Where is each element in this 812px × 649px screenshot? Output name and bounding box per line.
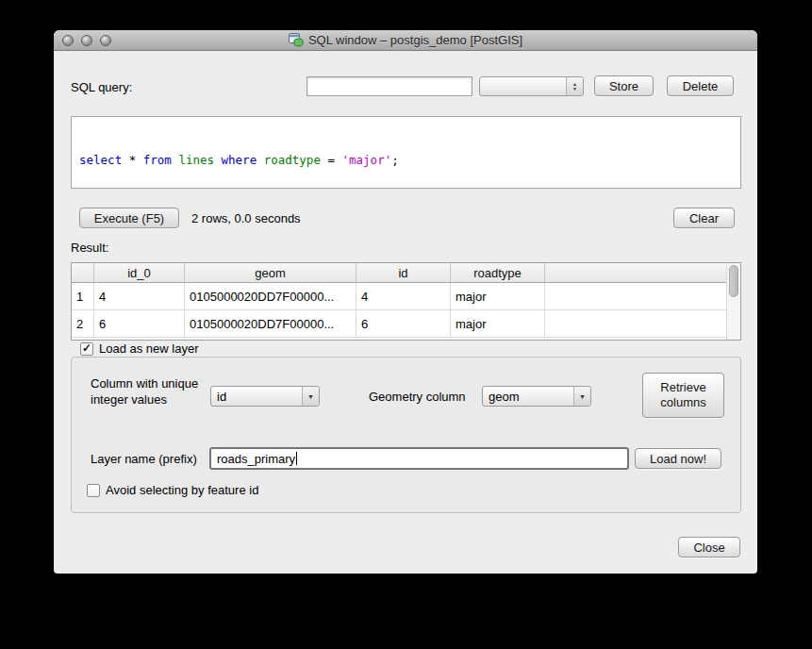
cell-id[interactable]: 6 [356, 310, 451, 337]
header-filler [545, 263, 740, 282]
header-id-0[interactable]: id_0 [94, 263, 185, 282]
saved-query-select[interactable]: ▲ ▼ [479, 76, 584, 96]
window-controls [62, 30, 111, 50]
checkbox-unchecked-icon[interactable] [87, 484, 100, 497]
execute-button[interactable]: Execute (F5) [79, 208, 179, 228]
sql-code-line: select * from lines where roadtype = 'ma… [79, 153, 733, 168]
sql-token: * [122, 153, 143, 167]
geometry-column-select[interactable]: geom ▼ [482, 386, 591, 407]
sql-token: from [143, 153, 172, 167]
unique-column-selected-value: id [211, 387, 302, 406]
window-title: SQL window – postgis_demo [PostGIS] [308, 33, 522, 47]
unique-column-label: Column with unique integer values [91, 375, 198, 408]
sql-token: where [222, 153, 257, 167]
cell-id[interactable]: 4 [356, 283, 451, 309]
cell-id-0[interactable]: 4 [94, 283, 185, 309]
cell-id-0[interactable]: 6 [94, 310, 185, 337]
titlebar[interactable]: SQL window – postgis_demo [PostGIS] [54, 30, 757, 51]
cell-filler [545, 310, 740, 337]
scrollbar-thumb[interactable] [729, 265, 738, 297]
result-table-header: id_0 geom id roadtype [72, 263, 740, 283]
cell-roadtype[interactable]: major [451, 283, 545, 309]
sql-token: roadtype [264, 153, 321, 167]
clear-button[interactable]: Clear [673, 208, 735, 228]
table-row[interactable]: 1 4 0105000020DD7F00000... 4 major [72, 283, 740, 310]
cell-roadtype[interactable]: major [451, 310, 545, 337]
load-options-groupbox: Column with unique integer values id ▼ G… [71, 357, 741, 513]
sql-window: SQL window – postgis_demo [PostGIS] SQL … [54, 30, 757, 574]
title-group: SQL window – postgis_demo [PostGIS] [289, 33, 522, 47]
close-window-button[interactable] [62, 35, 74, 46]
sql-token: select [79, 153, 122, 167]
saved-query-selected-value [480, 77, 566, 95]
layer-name-input[interactable]: roads_primary [209, 447, 629, 470]
result-table: id_0 geom id roadtype 1 4 0105000020DD7F… [71, 262, 741, 341]
arrow-down-icon: ▼ [579, 393, 586, 400]
delete-button[interactable]: Delete [667, 75, 734, 96]
query-status-text: 2 rows, 0.0 seconds [191, 211, 301, 225]
zoom-window-button[interactable] [100, 35, 111, 46]
header-id[interactable]: id [356, 263, 451, 282]
minimize-window-button[interactable] [81, 35, 92, 46]
dropdown-arrow: ▼ [573, 387, 590, 406]
vertical-scrollbar[interactable] [726, 263, 740, 340]
geometry-column-selected-value: geom [483, 387, 573, 406]
sql-token: = [321, 153, 342, 167]
avoid-selecting-checkbox[interactable]: Avoid selecting by feature id [87, 483, 258, 497]
retrieve-columns-button[interactable]: Retrieve columns [642, 373, 724, 418]
text-caret [296, 452, 297, 465]
cell-rownum: 2 [72, 310, 94, 337]
close-button[interactable]: Close [678, 537, 740, 557]
table-row[interactable]: 2 6 0105000020DD7F00000... 6 major [72, 310, 740, 338]
stepper-arrows: ▲ ▼ [566, 77, 583, 95]
header-roadtype[interactable]: roadtype [451, 263, 545, 282]
checkbox-checked-icon[interactable]: ✓ [80, 342, 93, 356]
cell-filler [545, 283, 740, 309]
avoid-selecting-label: Avoid selecting by feature id [106, 483, 258, 497]
geometry-column-label: Geometry column [369, 390, 466, 404]
sql-token: ; [391, 153, 399, 167]
sql-window-icon [289, 33, 304, 47]
sql-token: lines [178, 153, 214, 167]
checkmark-icon: ✓ [82, 342, 91, 354]
sql-token [257, 153, 264, 167]
load-as-new-layer-label: Load as new layer [99, 341, 199, 356]
load-as-new-layer-checkbox[interactable]: ✓ Load as new layer [80, 341, 199, 356]
cell-geom[interactable]: 0105000020DD7F00000... [185, 283, 356, 309]
saved-query-name-input[interactable] [307, 76, 472, 96]
dropdown-arrow: ▼ [302, 387, 319, 406]
arrow-down-icon: ▼ [307, 393, 314, 400]
layer-name-value: roads_primary [217, 452, 295, 466]
result-label: Result: [71, 241, 108, 255]
unique-column-select[interactable]: id ▼ [210, 386, 320, 407]
cell-geom[interactable]: 0105000020DD7F00000... [185, 310, 356, 337]
header-geom[interactable]: geom [185, 263, 356, 282]
sql-token [214, 153, 222, 167]
load-now-button[interactable]: Load now! [635, 448, 721, 469]
layer-name-label: Layer name (prefix) [91, 452, 197, 466]
sql-query-label: SQL query: [71, 80, 132, 94]
sql-editor[interactable]: select * from lines where roadtype = 'ma… [71, 116, 741, 189]
sql-token: 'major' [342, 153, 392, 167]
store-button[interactable]: Store [594, 75, 654, 96]
arrow-down-icon: ▼ [572, 87, 577, 92]
header-rownum[interactable] [72, 263, 94, 282]
cell-rownum: 1 [72, 283, 94, 309]
